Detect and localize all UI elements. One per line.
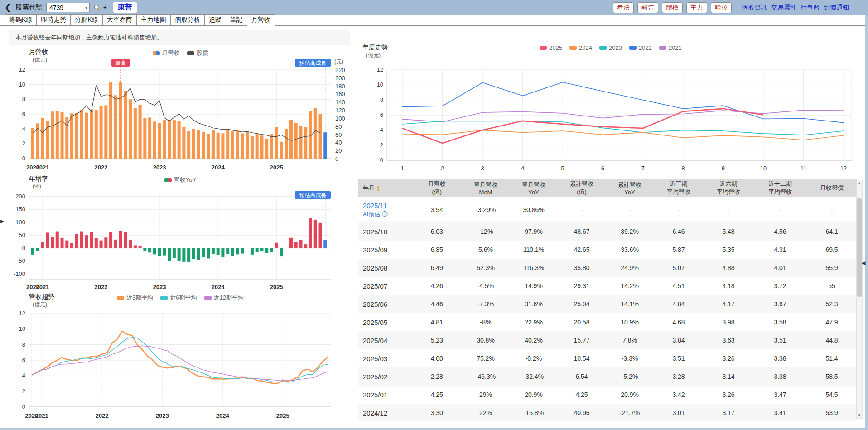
table-cell: -0.2% (510, 349, 558, 367)
table-cell: 6.46 (654, 222, 704, 241)
chevron-down-icon[interactable]: ▾ (85, 5, 87, 10)
table-cell: 75.2% (462, 349, 510, 367)
svg-text:2: 2 (441, 165, 444, 172)
table-cell: 5.6% (462, 241, 510, 259)
trading-attr-link[interactable]: 交易屬性 (771, 4, 796, 12)
stock-name: 康普 (118, 3, 132, 12)
table-row[interactable]: 2025/054.81-8%22.9%20.5810.9%4.683.983.5… (358, 313, 857, 331)
tab-chip-kline[interactable]: 籌碼K線 (5, 14, 37, 26)
svg-text:220: 220 (335, 67, 345, 73)
table-cell: 6.54 (558, 367, 606, 386)
info-icon[interactable]: ⓘ (382, 211, 388, 217)
svg-text:150: 150 (15, 206, 25, 213)
stock-code-input-box: ▾ (46, 3, 90, 12)
table-cell: 22.9% (510, 313, 558, 331)
column-header: 近三期平均營收 (654, 179, 704, 197)
table-row[interactable]: 2025/022.28-46.3%-32.4%6.54-5.2%3.283.14… (358, 367, 857, 386)
table-cell: 5.07 (654, 259, 704, 277)
table-cell: 4.84 (654, 295, 704, 313)
svg-text:12: 12 (19, 66, 25, 73)
svg-text:2021: 2021 (36, 164, 49, 171)
svg-text:預估高成長: 預估高成長 (299, 60, 327, 66)
left-pane-expander[interactable]: ▶ (0, 217, 4, 226)
table-cell: 97.9% (510, 222, 558, 241)
table-row[interactable]: 2025/045.2330.8%40.2%15.777.8%3.843.633.… (358, 331, 857, 349)
tab-monthly-revenue[interactable]: 月營收 (247, 14, 275, 26)
table-row[interactable]: 2025/106.03-12%97.9%48.6739.2%6.465.484.… (358, 222, 857, 241)
table-cell: 51.4 (807, 349, 857, 367)
column-header: 近六期平均營收 (704, 179, 753, 197)
table-cell: 14.2% (606, 277, 654, 295)
stock-info-link[interactable]: 個股資訊 (742, 4, 767, 12)
svg-text:2021: 2021 (36, 284, 49, 290)
table-cell: 48.67 (558, 222, 606, 241)
stock-code-input[interactable] (48, 4, 82, 12)
main-force-button[interactable]: 主力 (686, 2, 707, 13)
tab-big-orders[interactable]: 大單券商 (102, 14, 137, 26)
right-pane-expander[interactable]: ◀ (862, 258, 865, 267)
column-header: 累計營收YoY (606, 179, 654, 197)
calendar-link[interactable]: 行事曆 (800, 4, 820, 12)
column-header: 累計營收(億) (558, 179, 606, 197)
scrollbar-thumb[interactable] (857, 198, 862, 297)
table-cell: 54.5 (807, 386, 857, 404)
svg-text:2022: 2022 (95, 164, 108, 171)
svg-text:2025: 2025 (270, 284, 283, 290)
table-row[interactable]: 2025/064.46-7.3%31.6%25.0414.1%4.844.173… (358, 295, 857, 313)
svg-text:-50: -50 (17, 257, 25, 264)
table-row[interactable]: 2025/11AI預估 ⓘ3.54-3.29%30.86%------ (358, 197, 857, 223)
tab-branch-kline[interactable]: 分點K線 (70, 14, 102, 26)
tab-force-map[interactable]: 主力地圖 (136, 14, 171, 26)
svg-text:10: 10 (377, 81, 383, 88)
column-header[interactable]: 年月▲▼ (358, 179, 412, 197)
year-month-cell: 2024/12 (358, 404, 412, 421)
svg-text:8: 8 (22, 341, 25, 348)
table-row[interactable]: 2025/096.855.6%110.1%42.6533.6%5.875.354… (358, 241, 857, 259)
svg-text:4: 4 (521, 165, 524, 172)
table-cell: 14.1% (606, 295, 654, 313)
table-cell: 69.5 (807, 241, 857, 259)
sort-icon[interactable]: ▲▼ (376, 185, 380, 192)
table-cell: -7.3% (462, 295, 510, 313)
chat-button[interactable]: 哈拉 (711, 2, 732, 13)
table-cell: 110.1% (510, 241, 558, 259)
tab-notes[interactable]: 筆記 (226, 14, 247, 26)
table-row[interactable]: 2024/123.3022%-15.8%40.96-21.7%3.013.173… (358, 404, 857, 421)
table-cell: 20.9% (606, 386, 654, 404)
table-row[interactable]: 2025/014.2529%20.9%4.2520.9%3.423.263.47… (358, 386, 857, 404)
table-cell: -4.5% (462, 277, 510, 295)
scroll-down-button[interactable]: ▼ (857, 412, 862, 418)
checkup-button[interactable]: 體檢 (662, 2, 683, 13)
table-cell: 4.25 (558, 386, 606, 404)
table-row[interactable]: 2025/034.0075.2%-0.2%10.54-3.3%3.513.263… (358, 349, 857, 367)
table-cell: 47.9 (807, 313, 857, 331)
report-button[interactable]: 報告 (637, 2, 658, 13)
table-cell: 2.28 (412, 367, 462, 386)
price-alert-link[interactable]: 到價通知 (824, 4, 849, 12)
search-icon[interactable] (93, 4, 101, 11)
tab-realtime[interactable]: 即時走勢 (36, 14, 71, 26)
svg-text:140: 140 (335, 99, 345, 106)
tab-watch[interactable]: 追蹤 (204, 14, 226, 26)
back-icon[interactable]: ❮ (4, 3, 12, 12)
scroll-up-button[interactable]: ▲ (857, 180, 862, 186)
column-header: 近十二期平均營收 (753, 179, 807, 197)
table-scrollbar[interactable]: ▲ ▼ (856, 180, 863, 419)
tab-stock-analysis[interactable]: 個股分析 (170, 14, 205, 26)
stock-name-chip: 康普 (113, 2, 137, 13)
table-row[interactable]: 2025/086.4952.3%116.3%35.8024.9%5.074.88… (358, 259, 857, 277)
table-cell: 22% (462, 404, 510, 421)
svg-text:160: 160 (335, 91, 345, 97)
svg-text:-100: -100 (14, 271, 25, 277)
trend-chart-unit: (億元) (29, 301, 352, 309)
table-cell: - (753, 197, 807, 223)
table-cell: 3.01 (654, 404, 704, 421)
table-cell: 4.17 (704, 295, 753, 313)
table-row[interactable]: 2025/074.26-4.5%14.9%29.3114.2%4.514.183… (358, 277, 857, 295)
svg-text:2025: 2025 (270, 164, 283, 171)
table-cell: 4.00 (412, 349, 462, 367)
table-cell: 4.25 (412, 386, 462, 404)
opinion-button[interactable]: 看法 (613, 2, 634, 13)
search-add-icon[interactable]: + (103, 4, 107, 11)
table-cell: - (558, 197, 606, 223)
